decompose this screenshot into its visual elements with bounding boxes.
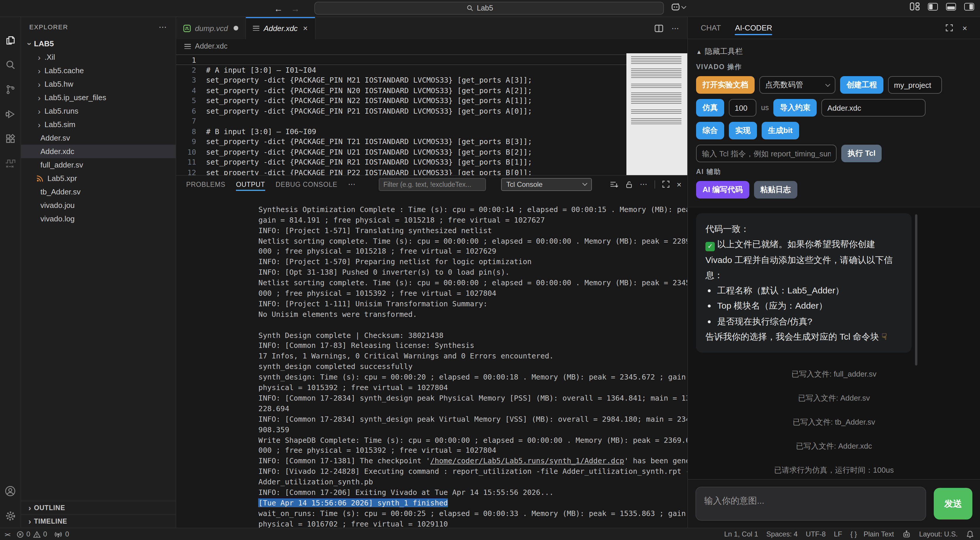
tree-item[interactable]: full_adder.sv (21, 158, 176, 172)
sim-time-input[interactable] (729, 99, 756, 116)
synthesize-button[interactable]: 综合 (696, 122, 724, 139)
import-constraint-button[interactable]: 导入约束 (773, 99, 817, 116)
auto-scroll-icon[interactable] (609, 180, 618, 188)
robot-icon[interactable] (902, 530, 911, 538)
chat-scrollbar[interactable] (915, 214, 917, 365)
chat-messages[interactable]: 代码一致： ✓以上文件已就绪。如果你希望我帮你创建 Vivado 工程并自动添加… (688, 207, 980, 479)
output-channel-select[interactable]: Tcl Console (501, 178, 592, 191)
tree-item[interactable]: tb_Adder.sv (21, 185, 176, 199)
simulate-button[interactable]: 仿真 (696, 99, 724, 116)
implement-button[interactable]: 实现 (729, 122, 757, 139)
toggle-secondary-sidebar-icon[interactable] (964, 3, 974, 10)
problems-status[interactable]: 0 0 (16, 530, 47, 538)
close-tab-icon[interactable]: × (303, 24, 308, 33)
maximize-panel-icon[interactable] (662, 180, 670, 188)
tab-debug-console[interactable]: DEBUG CONSOLE (276, 176, 337, 193)
tree-item[interactable]: Adder.sv (21, 131, 176, 145)
search-input[interactable] (477, 4, 512, 12)
split-editor-icon[interactable] (654, 24, 663, 32)
tree-item[interactable]: › Lab5.sim (21, 118, 176, 131)
remote-indicator[interactable]: >< (5, 531, 10, 537)
ai-write-code-button[interactable]: AI 编写代码 (696, 181, 749, 199)
demo-select[interactable]: 点亮数码管 (759, 76, 835, 94)
close-panel-icon[interactable]: × (963, 23, 967, 32)
tree-item[interactable]: vivado.log (21, 212, 176, 226)
output-filter[interactable] (379, 178, 486, 191)
sidebar-section[interactable]: › TIMELINE (21, 514, 176, 528)
run-debug-icon[interactable] (5, 108, 16, 120)
generate-bitstream-button[interactable]: 生成bit (762, 122, 799, 139)
explorer-icon[interactable] (5, 35, 16, 46)
log-link[interactable]: /home/coder/Lab5/Lab5.runs/synth_1/Adder… (430, 457, 624, 465)
keyboard-layout[interactable]: Layout: U.S. (919, 530, 958, 538)
tcl-command-input[interactable] (696, 145, 837, 162)
tree-item[interactable]: › Lab5.runs (21, 104, 176, 118)
tree-item[interactable]: › Lab5.ip_user_files (21, 91, 176, 104)
explorer-actions-icon[interactable]: ⋯ (159, 22, 167, 32)
sidebar-section[interactable]: › OUTLINE (21, 501, 176, 514)
tree-item[interactable]: › .Xil (21, 50, 176, 64)
panel-more-actions-icon[interactable]: ⋯ (640, 180, 648, 189)
nav-back-icon[interactable]: ← (274, 3, 283, 13)
line-text: # B input [3:0] — I06~I09 (196, 126, 316, 137)
modified-dot-icon[interactable] (234, 26, 239, 30)
tree-item-label: full_adder.sv (40, 161, 83, 169)
code-editor[interactable]: 1 2 # A input [3:0] — I01~I04 3 set_prop… (176, 53, 687, 175)
code-line: 2 # A input [3:0] — I01~I04 (176, 65, 627, 75)
run-tcl-button[interactable]: 执行 Tcl (841, 145, 882, 162)
line-text: set_property -dict {PACKAGE_PIN P21 IOST… (196, 106, 532, 116)
command-center-search[interactable] (314, 2, 664, 14)
account-icon[interactable] (4, 485, 16, 497)
tree-item[interactable]: › Lab5.cache (21, 64, 176, 77)
toggle-panel-icon[interactable] (946, 3, 956, 10)
breadcrumb[interactable]: Adder.xdc (176, 39, 687, 53)
cursor-position[interactable]: Ln 1, Col 1 (724, 530, 758, 538)
tab-adder-xdc[interactable]: Adder.xdc × (246, 17, 315, 39)
indentation[interactable]: Spaces: 4 (766, 530, 798, 538)
tree-item-label: Adder.sv (40, 134, 70, 142)
intent-input[interactable] (695, 487, 926, 521)
language-mode[interactable]: { } Plain Text (850, 530, 894, 538)
close-panel-icon[interactable]: × (677, 180, 681, 189)
create-project-button[interactable]: 创建工程 (840, 76, 883, 94)
minimap[interactable] (627, 53, 687, 175)
output-log[interactable]: Synthesis Optimization Complete : Time (… (176, 193, 687, 528)
paste-log-button[interactable]: 粘贴日志 (754, 181, 797, 199)
tree-item[interactable]: › Lab5.hw (21, 77, 176, 91)
tab-dump-vcd[interactable]: dump.vcd (176, 17, 246, 39)
tree-item[interactable]: vivado.jou (21, 199, 176, 212)
customize-layout-icon[interactable] (910, 2, 920, 11)
extensions-icon[interactable] (5, 133, 16, 145)
ports-status[interactable]: 0 (54, 530, 69, 538)
sidebar-section-label: OUTLINE (34, 504, 65, 511)
encoding[interactable]: UTF-8 (806, 530, 826, 538)
settings-gear-icon[interactable] (5, 510, 16, 522)
send-button[interactable]: 发送 (934, 488, 972, 519)
output-filter-input[interactable] (383, 181, 481, 188)
tab-ai-coder[interactable]: AI-CODER (735, 17, 772, 39)
open-doc-button[interactable]: 打开实验文档 (696, 76, 755, 94)
search-sidebar-icon[interactable] (5, 59, 16, 71)
tree-item[interactable]: Adder.xdc (21, 145, 176, 158)
maximize-panel-icon[interactable] (945, 24, 953, 32)
tab-output[interactable]: OUTPUT (236, 176, 265, 193)
tab-chat[interactable]: CHAT (701, 17, 721, 39)
constraint-file-input[interactable] (821, 99, 926, 116)
notifications-bell-icon[interactable] (966, 530, 974, 538)
tree-root-lab5[interactable]: › LAB5 (21, 37, 176, 50)
editor-more-actions-icon[interactable]: ⋯ (671, 24, 679, 32)
toggle-primary-sidebar-icon[interactable] (928, 3, 938, 10)
copilot-menu[interactable] (671, 2, 686, 12)
tab-problems[interactable]: PROBLEMS (186, 176, 225, 193)
output-channel-value: Tcl Console (506, 180, 542, 188)
tree-item[interactable]: Lab5.xpr (21, 172, 176, 185)
unlock-icon[interactable] (625, 180, 633, 188)
breadcrumb-item[interactable]: Adder.xdc (195, 42, 228, 50)
project-name-input[interactable] (888, 76, 942, 94)
eol-sequence[interactable]: LF (834, 530, 842, 538)
panel-more-tabs-icon[interactable]: ⋯ (348, 180, 356, 189)
waveform-icon[interactable] (4, 158, 17, 169)
message-text: ✓以上文件已就绪。如果你希望我帮你创建 Vivado 工程并自动添加这些文件，请… (705, 237, 902, 283)
hide-toolbar-button[interactable]: ▲隐藏工具栏 (696, 46, 972, 57)
source-control-icon[interactable] (5, 84, 16, 96)
